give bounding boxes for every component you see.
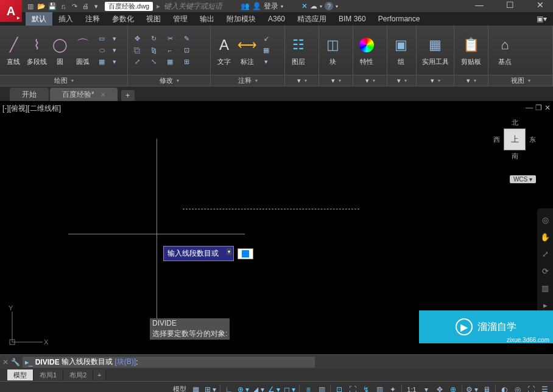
zoom-icon[interactable]: ⤢ (540, 248, 551, 259)
showmotion-icon[interactable]: ▥ (540, 282, 551, 293)
close-icon[interactable]: ✕ (100, 91, 105, 98)
qat-undo[interactable]: ⎌ (58, 1, 68, 11)
tab-parametric[interactable]: 参数化 (106, 12, 140, 26)
tab-manage[interactable]: 管理 (167, 12, 194, 26)
autoscale-toggle[interactable]: ⊕ (447, 383, 459, 393)
tab-bim360[interactable]: BIM 360 (333, 12, 372, 26)
sel-filter[interactable]: ▥ (373, 383, 386, 393)
cycling-toggle[interactable]: ⊡ (333, 383, 345, 393)
viewcube-east[interactable]: 东 (529, 135, 536, 144)
people-icon[interactable]: 👥 (241, 2, 250, 10)
dd-icon[interactable]: ⊡ (180, 45, 193, 56)
panel-title-annot[interactable]: 注释 (211, 75, 284, 86)
viewcube[interactable]: 北 南 东 西 上 (493, 118, 536, 161)
3dosnap-toggle[interactable]: ⛶ (347, 383, 359, 393)
cmd-option[interactable]: [块(B)] (114, 357, 136, 367)
dd-icon[interactable]: ⊞ (180, 57, 193, 68)
trans-toggle[interactable]: ▥ (315, 383, 328, 393)
minimize-button[interactable]: — (470, 0, 488, 10)
command-input[interactable]: ▸_ DIVIDE 输入线段数目或 [块(B)] : (23, 357, 315, 368)
cmd-config-icon[interactable]: 🔧 (11, 358, 20, 366)
xchange-icon[interactable]: ✕ (301, 2, 308, 10)
layout-add[interactable]: + (93, 369, 106, 380)
input-field[interactable] (238, 248, 253, 259)
app-logo[interactable]: A (0, 0, 22, 22)
orbit-icon[interactable]: ⟳ (540, 265, 551, 276)
grid-toggle[interactable]: ▦ (190, 383, 202, 393)
panel-title-view[interactable]: 视图 (488, 75, 552, 86)
cmd-close-icon[interactable]: ✕ (2, 358, 9, 366)
qat-save[interactable]: 💾 (48, 1, 57, 11)
tab-file[interactable]: 百度经验*✕ (50, 88, 118, 101)
panel-title-clip[interactable]: ▾ (454, 75, 488, 86)
scale-dd[interactable]: ▾ (420, 383, 432, 393)
rect-icon[interactable]: ▭ (95, 33, 108, 44)
wheel-icon[interactable]: ◎ (540, 214, 551, 225)
line-button[interactable]: ╱直线 (2, 34, 24, 66)
dim-button[interactable]: ⟷标注 (236, 34, 258, 66)
viewcube-west[interactable]: 西 (493, 135, 500, 144)
tab-collapse[interactable]: ▣▾ (530, 12, 553, 26)
polyline-button[interactable]: ⌇多段线 (26, 34, 48, 66)
dd-icon[interactable]: ▾ (108, 33, 121, 44)
util-button[interactable]: ▦实用工具 (419, 34, 451, 66)
dd-icon[interactable]: ▾ (108, 57, 121, 68)
ortho-toggle[interactable]: ∟ (223, 383, 235, 393)
panel-title-layer[interactable]: ▾ (285, 75, 319, 86)
move-icon[interactable]: ✥ (130, 33, 144, 44)
dd-icon[interactable]: ▾ (259, 57, 273, 68)
wcs-badge[interactable]: WCS ▾ (510, 175, 536, 183)
qat-print[interactable]: 🖨 (80, 1, 90, 11)
hardware-accel[interactable]: ◐ (498, 383, 510, 393)
panel-title-modify[interactable]: 修改 (128, 75, 210, 86)
vp-close-icon[interactable]: ✕ (544, 103, 551, 112)
mirror-icon[interactable]: ⧎ (147, 45, 160, 56)
clip-button[interactable]: 📋剪贴板 (457, 34, 485, 66)
search-input[interactable]: 键入关键字或短语 (164, 1, 222, 12)
arc-button[interactable]: ⌒圆弧 (72, 34, 94, 66)
viewport-label[interactable]: [-][俯视][二维线框] (2, 103, 61, 114)
close-button[interactable]: ✕ (531, 0, 549, 10)
viewcube-top[interactable]: 上 (504, 128, 526, 150)
fillet-icon[interactable]: ⌐ (163, 45, 177, 56)
iso-toggle[interactable]: ◢ ▾ (252, 383, 265, 393)
layout-1[interactable]: 布局1 (33, 369, 63, 380)
ellipse-icon[interactable]: ⬭ (95, 45, 108, 56)
annotation-mon[interactable]: 🖥 (481, 383, 493, 393)
vp-max-icon[interactable]: ❐ (535, 103, 542, 112)
cloud-icon[interactable]: ☁ (310, 2, 317, 10)
hatch-icon[interactable]: ▦ (95, 57, 108, 68)
otrack-toggle[interactable]: ◻ ▾ (283, 383, 297, 393)
qat-btn[interactable]: ▥ (26, 1, 35, 11)
dd-icon[interactable]: ▾ (108, 45, 121, 56)
annotation-toggle[interactable]: ✥ (434, 383, 446, 393)
viewport[interactable]: [-][俯视][二维线框] — ❐ ✕ 北 南 东 西 上 WCS ▾ ◎ ✋ … (0, 101, 553, 354)
table-icon[interactable]: ▦ (259, 45, 273, 56)
tab-default[interactable]: 默认 (26, 12, 52, 26)
layer-button[interactable]: ☷图层 (287, 34, 309, 66)
help-icon[interactable]: ? (325, 2, 333, 10)
snap-toggle[interactable]: ⊞ ▾ (203, 383, 217, 393)
help-dropdown-icon[interactable]: ▾ (336, 4, 338, 9)
tab-a360[interactable]: A360 (262, 12, 291, 26)
panel-title-block[interactable]: ▾ (319, 75, 353, 86)
tab-insert[interactable]: 插入 (52, 12, 79, 26)
pan-icon[interactable]: ✋ (540, 231, 551, 242)
block-button[interactable]: ◫块 (322, 34, 343, 66)
osnap-toggle[interactable]: ∠ ▾ (267, 383, 281, 393)
person-icon[interactable]: 👤 (252, 2, 261, 10)
panel-title-group[interactable]: ▾ (387, 75, 416, 86)
vp-min-icon[interactable]: — (526, 103, 533, 112)
dyn-ucs[interactable]: ↯ (360, 383, 372, 393)
stretch-icon[interactable]: ⤢ (130, 57, 144, 68)
base-button[interactable]: ⌂基点 (491, 34, 519, 66)
scale-icon[interactable]: ⤡ (147, 57, 160, 68)
workspace-switch[interactable]: ⚙ ▾ (465, 383, 479, 393)
qat-open[interactable]: 📂 (37, 1, 46, 11)
status-model[interactable]: 模型 (171, 385, 189, 392)
gizmo-toggle[interactable]: ✦ (387, 383, 399, 393)
panel-title-util[interactable]: ▾ (417, 75, 454, 86)
tab-output[interactable]: 输出 (194, 12, 220, 26)
polar-toggle[interactable]: ⊕ ▾ (236, 383, 250, 393)
dd-icon[interactable]: ✎ (180, 33, 193, 44)
